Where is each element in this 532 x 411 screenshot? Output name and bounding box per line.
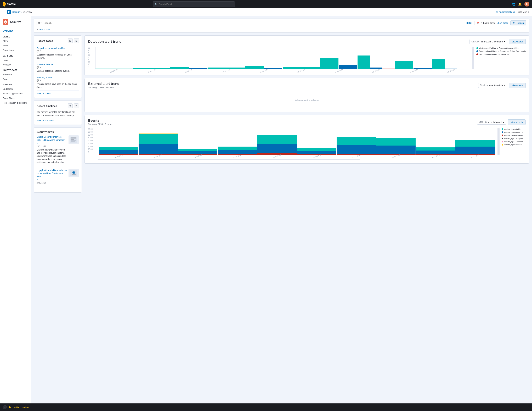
search-icon: 🔍 (154, 3, 157, 6)
create-case-icon[interactable]: ⊞ (68, 38, 73, 43)
detection-chart-header: Detection alert trend Stack by kibana.al… (88, 39, 526, 44)
sidebar-item-event-filters[interactable]: Event filters (0, 96, 31, 100)
external-chart-controls: Stack by event.module ▾ View alerts (478, 83, 526, 88)
case-title-2[interactable]: Malware detected (37, 63, 79, 66)
news-title-1[interactable]: Elastic Security uncovers BLISTER malwar… (37, 135, 67, 142)
svg-rect-2 (71, 137, 76, 138)
sidebar-item-endpoints[interactable]: Endpoints (0, 87, 31, 91)
sidebar-item-hosts[interactable]: Hosts (0, 58, 31, 62)
chart-scrollbar[interactable] (472, 47, 474, 69)
kql-badge: KQL (466, 22, 472, 24)
events-chart-scrollbar[interactable] (497, 128, 500, 155)
case-comment-count-1: 💬 0 (37, 50, 79, 53)
case-desc-3: Phishing emails have been on the rise si… (37, 82, 79, 89)
comment-icon: 💬 (37, 66, 39, 69)
case-title-3[interactable]: Phishing emails (37, 76, 79, 79)
case-title-1[interactable]: Suspicious process identified (37, 47, 79, 49)
events-panel: Events Showing: 829,010 events Stack by … (85, 115, 529, 164)
hamburger-menu[interactable]: ☰ (3, 10, 6, 14)
filter-search-input[interactable] (45, 22, 465, 24)
external-alert-trend-panel: External alert trend Showing: 0 external… (85, 78, 529, 112)
global-search-input[interactable] (159, 3, 233, 6)
panel-title-cases: Recent cases ⊞ ⊟ (37, 38, 79, 43)
news-link-icon-1[interactable]: ↗ (37, 142, 67, 145)
breadcrumb-security[interactable]: Security (12, 11, 20, 13)
legend-item-2: Enumeration of Users or Groups via Built… (476, 50, 526, 52)
sidebar-item-network[interactable]: Network (0, 62, 31, 67)
create-timeline-icon[interactable]: ✎ (74, 103, 79, 108)
events-bar (337, 154, 376, 155)
events-bar (99, 154, 138, 155)
date-range-text: Last 5 days (483, 22, 495, 24)
events-legend-item-5: elastic_agent.metricbe... (502, 141, 526, 143)
top-navigation: 🔶 elastic 🔍 🌐 🔔 E (0, 0, 532, 8)
date-picker[interactable]: 📅 ▾ Last 5 days (476, 22, 495, 24)
add-filter-button[interactable]: + Add filter (39, 28, 50, 31)
sidebar-header: Security (0, 19, 31, 28)
refresh-button[interactable]: ↻ Refresh (510, 20, 526, 25)
sidebar-item-cases[interactable]: Cases (0, 77, 31, 81)
legend-dot-3 (476, 53, 478, 55)
timeline-name[interactable]: Untitled timeline (13, 406, 29, 409)
sidebar-item-host-isolation[interactable]: Host isolation exceptions (0, 100, 31, 105)
user-avatar[interactable]: E (524, 2, 529, 7)
events-stack-by-select[interactable]: Stack by event.dataset ▾ (477, 120, 506, 125)
bell-icon[interactable]: 🔔 (518, 3, 522, 6)
timeline-add-button[interactable]: + (3, 405, 7, 409)
events-bar (376, 138, 416, 146)
bar (283, 67, 320, 69)
elastic-logo[interactable]: 🔶 elastic (3, 2, 13, 7)
breadcrumb-overview: Overview (22, 11, 32, 13)
news-date-2: 2021-12-20 (37, 182, 67, 184)
svg-rect-6 (71, 141, 75, 142)
news-content-2: Log4j2 Vulnerabilities: What to know, an… (37, 169, 67, 185)
view-events-button[interactable]: View events (508, 119, 526, 125)
bar (170, 67, 189, 69)
external-stack-by-select[interactable]: Stack by event.module ▾ (478, 83, 507, 88)
sidebar-item-trusted-apps[interactable]: Trusted applications (0, 91, 31, 96)
events-legend-item-1: endpoint.events.file (502, 128, 526, 130)
sidebar-item-rules[interactable]: Rules (0, 43, 31, 48)
panel-title-timelines: Recent timelines ★ ✎ (37, 103, 79, 108)
events-legend-dot-5 (502, 141, 503, 142)
events-bar (218, 154, 257, 155)
news-date-1: 2021-12-22 (37, 145, 67, 147)
bar (395, 61, 413, 69)
legend-item-1: Whitespace Padding in Process Command Li… (476, 47, 526, 49)
filter-dropdown-icon: ⊟ (38, 22, 40, 24)
events-bar (416, 147, 455, 150)
news-thumb-2 (68, 169, 79, 177)
view-external-alerts-button[interactable]: View alerts (509, 83, 526, 88)
news-desc-1: Elastic Security has uncovered and provi… (37, 148, 67, 164)
events-chart-header: Events Showing: 829,010 events Stack by … (88, 118, 526, 126)
sidebar-item-exceptions[interactable]: Exceptions (0, 48, 31, 53)
show-dates-button[interactable]: Show dates (497, 22, 508, 24)
add-integrations-button[interactable]: ⊞ Add integrations (496, 11, 515, 13)
chevron-down-icon: ▾ (40, 22, 42, 24)
content-area: ⊟ ▾ KQL 📅 ▾ Last 5 days Show dates ↻ Ref… (31, 16, 532, 411)
data-view-button[interactable]: Data view ▾ (518, 11, 529, 13)
sidebar-item-alerts[interactable]: Alerts (0, 39, 31, 43)
export-cases-icon[interactable]: ⊟ (74, 38, 79, 43)
view-alerts-button[interactable]: View alerts (509, 39, 526, 44)
news-thumbnail-1 (70, 137, 77, 143)
view-all-cases-link[interactable]: View all cases (37, 92, 79, 95)
elastic-logo-icon: 🔶 (3, 2, 6, 7)
search-type-dropdown[interactable]: ⊟ ▾ (37, 21, 43, 25)
favorite-timeline-icon[interactable]: ★ (68, 103, 73, 108)
news-link-icon-2[interactable]: ↗ (37, 179, 67, 181)
events-chart-area: 01-08 00:00 01-08 12:00 01-09 00:00 01-0… (99, 128, 495, 157)
events-bar-chart: 0 10,000 20,000 30,000 40,000 50,000 60,… (88, 128, 526, 157)
globe-icon[interactable]: 🌐 (512, 3, 515, 6)
filter-indicator-icon: ⊙ (37, 28, 38, 31)
bar (208, 68, 245, 69)
global-search-bar[interactable]: 🔍 (153, 1, 235, 7)
sidebar-item-timelines[interactable]: Timelines (0, 72, 31, 77)
chevron-down-icon: ▾ (503, 121, 504, 123)
panel-icons: ⊞ ⊟ (68, 38, 79, 43)
detection-stack-by-select[interactable]: Stack by kibana.alert.rule.name ▾ (469, 39, 507, 44)
view-all-timelines-link[interactable]: View all timelines (37, 119, 79, 122)
sidebar-item-overview[interactable]: Overview (0, 28, 31, 33)
news-title-2[interactable]: Log4j2 Vulnerabilities: What to know, an… (37, 169, 67, 178)
chevron-down-icon: ▾ (504, 84, 505, 87)
